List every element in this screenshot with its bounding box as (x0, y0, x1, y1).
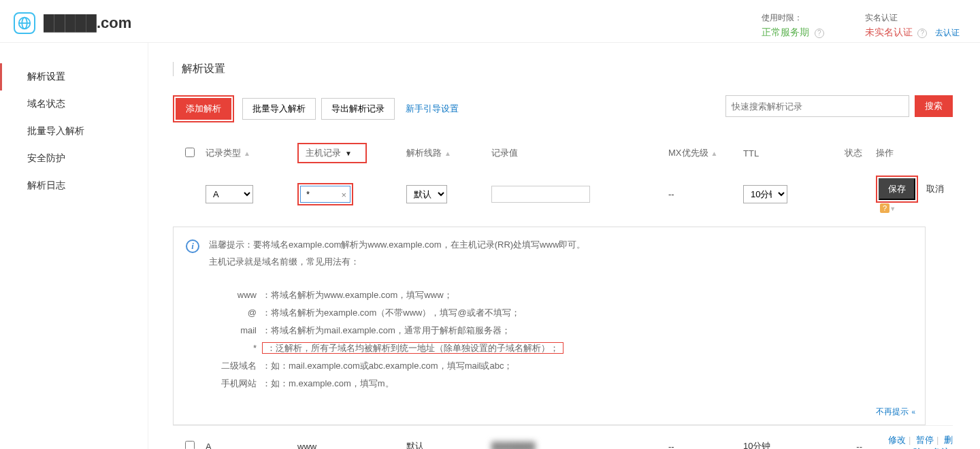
tip-row-label: mail (214, 322, 262, 339)
tip-row-label: @ (214, 304, 262, 322)
sidebar-item-dns-settings[interactable]: 解析设置 (0, 63, 148, 90)
highlight-box: 添加解析 (173, 95, 234, 122)
sidebar-item-logs[interactable]: 解析日志 (0, 172, 148, 199)
cell-value: ███████ (491, 442, 535, 449)
help-icon[interactable]: ? (815, 29, 824, 38)
sidebar-item-security[interactable]: 安全防护 (0, 145, 148, 172)
sidebar-item-batch-import[interactable]: 批量导入解析 (0, 118, 148, 145)
sort-icon: ▲ (244, 150, 250, 157)
col-header-type[interactable]: 记录类型▲ (206, 147, 297, 159)
tip-line2: 主机记录就是域名前缀，常见用法有： (209, 254, 585, 271)
search-button[interactable]: 搜索 (915, 95, 953, 117)
sidebar: 解析设置 域名状态 批量导入解析 安全防护 解析日志 (0, 43, 148, 449)
tip-row-label: * (214, 339, 262, 357)
save-button[interactable]: 保存 (879, 178, 915, 200)
tip-row-label: www (214, 286, 262, 304)
tip-box: i 温馨提示：要将域名example.com解析为www.example.com… (173, 227, 926, 425)
cell-mx: -- (668, 442, 743, 449)
tip-row-text: ：将域名解析为mail.example.com，通常用于解析邮箱服务器； (262, 322, 913, 339)
col-header-ops: 操作 (876, 148, 894, 158)
record-value-input[interactable] (491, 186, 590, 203)
cell-line: 默认 (406, 440, 491, 449)
info-icon: i (186, 239, 199, 253)
chevron-up-icon: « (910, 408, 915, 416)
go-auth-link[interactable]: 去认证 (935, 28, 960, 37)
cell-host: www (297, 442, 406, 449)
tip-row-text: ：如：m.example.com，填写m。 (262, 375, 913, 393)
site-logo (14, 12, 35, 34)
cell-status: -- (838, 442, 862, 449)
mx-value: -- (668, 189, 674, 199)
globe-icon (17, 16, 32, 31)
record-type-select[interactable]: A (206, 185, 253, 203)
select-all-checkbox[interactable] (185, 148, 195, 157)
auth-status: 未实名认证 (865, 27, 913, 37)
caret-down-icon: ▼ (889, 205, 896, 212)
tip-row-label: 手机网站 (214, 375, 262, 393)
row-modify-link[interactable]: 修改 (888, 435, 906, 445)
clear-icon[interactable]: × (341, 189, 346, 199)
table-row: A www 默认 ███████ -- 10分钟 -- 修改| 暂停| 删除| … (173, 425, 953, 449)
help-badge[interactable]: ? (880, 203, 889, 213)
add-record-button[interactable]: 添加解析 (176, 98, 231, 120)
tip-line1: 要将域名example.com解析为www.example.com，在主机记录(… (253, 239, 585, 250)
usage-label: 使用时限： (762, 12, 824, 24)
search-input[interactable] (725, 95, 909, 117)
highlight-box: 保存 (876, 176, 918, 203)
col-header-value: 记录值 (491, 148, 518, 158)
tip-row-text: ：泛解析，所有子域名均被解析到统一地址（除单独设置的子域名解析）； (262, 342, 564, 354)
no-prompt-link[interactable]: 不再提示 « (876, 407, 915, 416)
tip-label: 温馨提示： (209, 239, 253, 250)
export-button[interactable]: 导出解析记录 (321, 98, 395, 120)
tip-row-text: ：如：mail.example.com或abc.example.com，填写ma… (262, 357, 913, 375)
cancel-link[interactable]: 取消 (926, 184, 944, 194)
tip-row-label: 二级域名 (214, 357, 262, 375)
usage-status: 正常服务期 (762, 27, 809, 37)
line-select[interactable]: 默认 (406, 185, 447, 203)
row-pause-link[interactable]: 暂停 (916, 435, 934, 445)
batch-import-button[interactable]: 批量导入解析 (242, 98, 316, 120)
cell-type: A (206, 442, 297, 449)
cell-ttl: 10分钟 (743, 440, 838, 449)
sort-icon: ▲ (444, 150, 451, 157)
domain-title: █████.com (44, 14, 131, 32)
page-title: 解析设置 (173, 62, 980, 76)
tip-row-text: ：将域名解析为example.com（不带www），填写@或者不填写； (262, 304, 913, 322)
sidebar-item-domain-status[interactable]: 域名状态 (0, 90, 148, 118)
highlight-box: × (297, 183, 353, 205)
col-header-status: 状态 (845, 148, 862, 158)
new-guide-link[interactable]: 新手引导设置 (406, 103, 459, 115)
caret-down-icon: ▼ (345, 150, 352, 157)
sort-icon: ▲ (711, 150, 718, 157)
auth-label: 实名认证 (865, 12, 960, 24)
tip-row-text: ：将域名解析为www.example.com，填写www； (262, 286, 913, 304)
help-icon[interactable]: ? (917, 29, 927, 38)
col-header-line[interactable]: 解析线路▲ (406, 147, 491, 159)
col-header-host[interactable]: 主机记录▼ (297, 143, 367, 163)
col-header-mx[interactable]: MX优先级▲ (668, 147, 743, 159)
col-header-ttl: TTL (743, 148, 759, 159)
row-checkbox[interactable] (185, 441, 195, 449)
ttl-select[interactable]: 10分钟 (743, 185, 787, 203)
